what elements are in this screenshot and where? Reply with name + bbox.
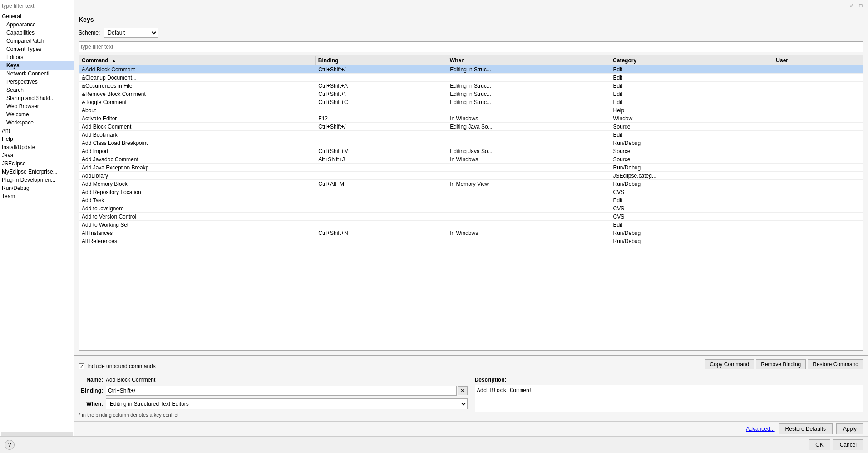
- maximize-icon[interactable]: □: [857, 2, 864, 9]
- td-user: [774, 233, 863, 234]
- td-binding: [316, 175, 447, 176]
- advanced-link[interactable]: Advanced...: [746, 426, 774, 432]
- td-command: Add Memory Block: [79, 180, 316, 188]
- sidebar-item-appearance[interactable]: Appearance: [0, 20, 74, 29]
- unbound-row: Include unbound commands Copy Command Re…: [79, 359, 863, 373]
- sidebar-item-capabilities[interactable]: Capabilities: [0, 29, 74, 37]
- table-row[interactable]: Add Class Load BreakpointRun/Debug: [79, 139, 863, 147]
- table-row[interactable]: Add Javadoc CommentAlt+Shift+JIn Windows…: [79, 155, 863, 164]
- sidebar-item-java[interactable]: Java: [0, 151, 74, 159]
- td-binding: [316, 134, 447, 135]
- sidebar-filter-input[interactable]: [0, 0, 74, 12]
- sidebar-horizontal-scroll[interactable]: [0, 431, 74, 436]
- td-binding: [316, 110, 447, 111]
- td-when: [447, 208, 610, 209]
- table-row[interactable]: Add Java Exception Breakp...Run/Debug: [79, 164, 863, 172]
- table-row[interactable]: &Cleanup Document...Edit: [79, 74, 863, 82]
- sidebar-item-ant[interactable]: Ant: [0, 127, 74, 135]
- table-row[interactable]: &Remove Block CommentCtrl+Shift+\Editing…: [79, 90, 863, 98]
- td-command: &Occurrences in File: [79, 82, 316, 90]
- th-when[interactable]: When: [447, 56, 610, 65]
- binding-clear-button[interactable]: ✕: [458, 386, 468, 395]
- sidebar-item-keys[interactable]: Keys: [0, 61, 74, 70]
- sidebar-item-jseclipse[interactable]: JSEclipse: [0, 159, 74, 168]
- copy-command-button[interactable]: Copy Command: [705, 359, 755, 369]
- include-unbound-checkbox[interactable]: [79, 363, 84, 369]
- table-row[interactable]: All ReferencesRun/Debug: [79, 237, 863, 245]
- sidebar-item-network_connections[interactable]: Network Connecti...: [0, 70, 74, 78]
- th-command[interactable]: Command ▲: [79, 56, 316, 65]
- th-category[interactable]: Category: [610, 56, 773, 65]
- table-row[interactable]: Add to Working SetEdit: [79, 221, 863, 229]
- sidebar-item-team[interactable]: Team: [0, 192, 74, 200]
- restore-defaults-button[interactable]: Restore Defaults: [779, 423, 833, 434]
- table-row[interactable]: Add to .cvsignoreCVS: [79, 204, 863, 213]
- td-command: Add Bookmark: [79, 131, 316, 139]
- sidebar-item-web_browser[interactable]: Web Browser: [0, 102, 74, 110]
- sidebar-item-perspectives[interactable]: Perspectives: [0, 78, 74, 86]
- sidebar-item-editors[interactable]: Editors: [0, 53, 74, 61]
- when-label: When:: [79, 401, 106, 407]
- td-category: Run/Debug: [610, 238, 773, 245]
- table-row[interactable]: Add Memory BlockCtrl+Alt+MIn Memory View…: [79, 180, 863, 188]
- th-user[interactable]: User: [773, 56, 863, 65]
- td-command: Add Class Load Breakpoint: [79, 139, 316, 147]
- help-button[interactable]: ?: [5, 440, 15, 450]
- scheme-label: Scheme:: [79, 30, 100, 36]
- sidebar-item-content_types[interactable]: Content Types: [0, 45, 74, 53]
- td-category: Edit: [610, 82, 773, 90]
- td-user: [774, 126, 863, 127]
- sidebar-item-install_update[interactable]: Install/Update: [0, 143, 74, 151]
- table-row[interactable]: AboutHelp: [79, 106, 863, 114]
- sidebar-item-general[interactable]: General: [0, 12, 74, 20]
- cancel-button[interactable]: Cancel: [833, 439, 863, 450]
- table-row[interactable]: Add TaskEdit: [79, 196, 863, 204]
- footer: ? OK Cancel: [0, 436, 868, 453]
- remove-binding-button[interactable]: Remove Binding: [756, 359, 806, 369]
- binding-input[interactable]: [106, 386, 457, 396]
- sidebar-item-workspace[interactable]: Workspace: [0, 119, 74, 127]
- table-row[interactable]: &Add Block CommentCtrl+Shift+/Editing in…: [79, 65, 863, 74]
- table-row[interactable]: Add Block CommentCtrl+Shift+/Editing Jav…: [79, 123, 863, 131]
- ok-button[interactable]: OK: [809, 439, 830, 450]
- sidebar-item-plugin_development[interactable]: Plug-in Developmen...: [0, 176, 74, 184]
- sidebar-filter[interactable]: [0, 0, 74, 12]
- td-command: Add to .cvsignore: [79, 205, 316, 212]
- restore-command-button[interactable]: Restore Command: [808, 359, 863, 369]
- table-row[interactable]: Activate EditorF12In WindowsWindow: [79, 114, 863, 123]
- table-row[interactable]: &Occurrences in FileCtrl+Shift+AEditing …: [79, 82, 863, 90]
- td-binding: Ctrl+Shift+/: [316, 66, 447, 73]
- keys-filter-input[interactable]: [79, 41, 863, 52]
- scheme-select[interactable]: Default: [104, 28, 158, 38]
- td-command: Add to Version Control: [79, 213, 316, 220]
- td-when: [447, 77, 610, 78]
- sidebar-item-startup_shutdown[interactable]: Startup and Shutd...: [0, 94, 74, 102]
- scheme-row: Scheme: Default: [79, 28, 863, 38]
- restore-icon[interactable]: ⤢: [848, 2, 855, 9]
- top-right-toolbar: — ⤢ □: [74, 0, 868, 11]
- table-row[interactable]: Add Repository LocationCVS: [79, 188, 863, 196]
- table-row[interactable]: Add BookmarkEdit: [79, 131, 863, 139]
- sidebar-item-myeclipse_enterprise[interactable]: MyEclipse Enterprise...: [0, 168, 74, 176]
- minimize-icon[interactable]: —: [839, 2, 846, 9]
- td-command: Add Block Comment: [79, 123, 316, 130]
- sidebar-item-run_debug[interactable]: Run/Debug: [0, 184, 74, 192]
- when-select[interactable]: Editing in Structured Text Editors: [106, 398, 468, 409]
- apply-button[interactable]: Apply: [836, 423, 863, 434]
- sidebar-item-compare_patch[interactable]: Compare/Patch: [0, 37, 74, 45]
- table-row[interactable]: Add ImportCtrl+Shift+MEditing Java So...…: [79, 147, 863, 155]
- keys-table: Command ▲ Binding When Category User &Ad…: [79, 55, 863, 351]
- table-row[interactable]: All InstancesCtrl+Shift+NIn WindowsRun/D…: [79, 229, 863, 237]
- td-command: About: [79, 107, 316, 114]
- bottom-area: Include unbound commands Copy Command Re…: [74, 355, 868, 421]
- table-row[interactable]: Add to Version ControlCVS: [79, 213, 863, 221]
- sidebar-item-help[interactable]: Help: [0, 135, 74, 143]
- td-user: [774, 224, 863, 225]
- td-category: Edit: [610, 99, 773, 106]
- table-row[interactable]: AddLibraryJSEclipse.categ...: [79, 172, 863, 180]
- sidebar-item-welcome[interactable]: Welcome: [0, 110, 74, 119]
- table-row[interactable]: &Toggle CommentCtrl+Shift+CEditing in St…: [79, 98, 863, 106]
- sidebar-item-search[interactable]: Search: [0, 86, 74, 94]
- description-textarea[interactable]: [475, 385, 864, 412]
- th-binding[interactable]: Binding: [316, 56, 447, 65]
